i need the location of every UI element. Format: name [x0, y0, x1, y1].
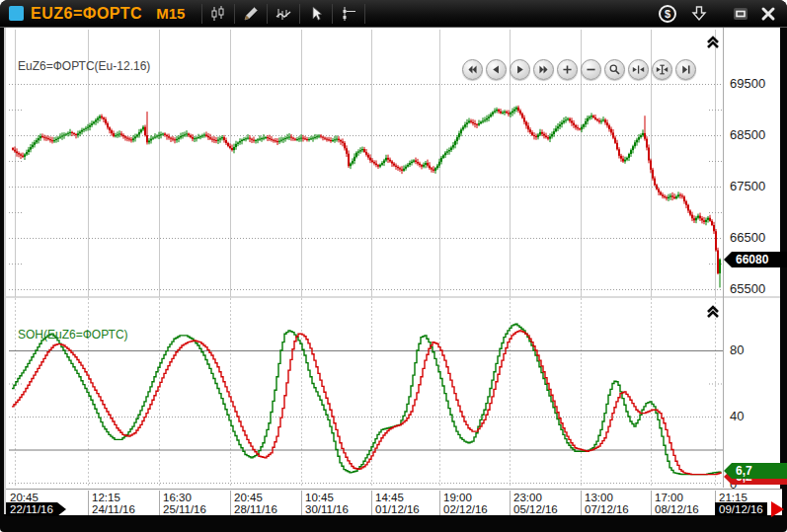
titlebar[interactable]: EUZ6=ФОРТС M15 $ [0, 0, 787, 28]
candle-up [359, 150, 361, 151]
time-axis-tick [651, 491, 652, 515]
compress-horizontal-button[interactable] [628, 59, 649, 80]
close-icon[interactable] [757, 3, 779, 25]
candle-up [284, 138, 286, 139]
scroll-left-fast-button[interactable] [462, 59, 483, 80]
candle-down [531, 132, 533, 135]
candle-down [577, 127, 579, 128]
candle-down [273, 140, 275, 141]
candle-up [118, 133, 120, 134]
compress-vertical-button[interactable] [652, 59, 672, 80]
dollar-icon[interactable]: $ [657, 3, 678, 25]
candle-up [241, 140, 243, 141]
candle-down [190, 135, 192, 137]
titlebar-symbol: EUZ6=ФОРТС [31, 5, 142, 23]
candle-down [401, 170, 403, 171]
scroll-right-fast-button[interactable] [533, 59, 554, 80]
price-tick-label: 69500 [730, 76, 765, 91]
candle-up [559, 124, 561, 126]
candle-down [166, 135, 168, 136]
candle-up [444, 153, 446, 156]
candle-up [65, 134, 67, 135]
time-label: 10:45 [305, 492, 334, 503]
candle-down [533, 135, 535, 136]
candle-down [188, 133, 190, 135]
scroll-right-button[interactable] [510, 59, 530, 80]
collapse-stoch-panel-icon[interactable] [705, 305, 721, 319]
levels-icon[interactable] [336, 3, 361, 25]
candle-down [541, 132, 543, 134]
titlebar-timeframe[interactable]: M15 [156, 5, 185, 22]
candle-up [282, 139, 284, 140]
download-icon[interactable] [688, 3, 710, 25]
candle-down [128, 138, 130, 139]
candle-up [458, 133, 460, 137]
candle-down [211, 139, 213, 140]
trades-chart-icon[interactable] [271, 3, 296, 25]
candle-up [55, 139, 57, 140]
time-axis-tick [439, 491, 440, 515]
pencil-icon[interactable] [238, 3, 264, 25]
candle-down [330, 140, 332, 141]
candle-down [209, 137, 211, 138]
candle-up [278, 141, 280, 142]
candle-up [446, 151, 448, 152]
time-label: 14:45 [375, 492, 404, 503]
toolbar-separator [332, 4, 333, 24]
candle-up [156, 136, 158, 137]
candle-down [292, 138, 294, 139]
latest-bar-arrow-icon [771, 501, 784, 517]
zoom-in-button[interactable] [557, 59, 578, 80]
candle-down [517, 108, 519, 111]
candle-down [348, 154, 350, 166]
candle-down [660, 192, 662, 195]
candle-down [344, 143, 346, 148]
candle-up [196, 138, 197, 139]
candlestick-chart-icon[interactable] [205, 3, 231, 25]
candle-up [36, 140, 38, 142]
scroll-left-button[interactable] [486, 59, 507, 80]
collapse-main-panel-icon[interactable] [705, 36, 721, 49]
candle-up [705, 220, 707, 222]
candle-up [257, 139, 259, 140]
toolbar-separator [364, 4, 365, 24]
zoom-window-button[interactable] [604, 59, 625, 80]
candle-up [561, 122, 563, 124]
candle-down [664, 196, 666, 197]
candle-down [51, 140, 53, 141]
candle-up [668, 197, 669, 198]
date-label: 07/12/16 [585, 503, 629, 515]
candle-up [381, 163, 383, 165]
candle-down [249, 138, 251, 139]
chart-plot-area[interactable] [6, 28, 780, 514]
candle-down [251, 139, 253, 140]
candle-up [583, 124, 585, 127]
time-axis[interactable]: 20:4522/11/1612:1524/11/1616:3025/11/162… [6, 489, 782, 515]
go-to-end-button[interactable] [675, 59, 696, 80]
candle-down [648, 147, 650, 160]
candle-down [275, 140, 276, 141]
date-highlight-tag: 09/12/16 [715, 502, 767, 516]
candle-up [93, 121, 95, 123]
candle-down [109, 127, 111, 130]
zoom-out-button[interactable] [581, 59, 601, 80]
candle-up [286, 137, 288, 138]
candle-down [304, 138, 306, 139]
candle-up [515, 108, 517, 110]
candle-up [413, 160, 415, 161]
candle-up [336, 139, 338, 140]
time-axis-tick [88, 491, 89, 515]
restore-window-icon[interactable] [730, 3, 751, 25]
candle-up [30, 147, 32, 149]
candle-down [715, 231, 717, 250]
candle-down [365, 152, 367, 155]
cursor-icon[interactable] [303, 3, 329, 25]
candle-down [174, 139, 176, 140]
candle-down [367, 155, 369, 158]
candle-down [616, 143, 618, 150]
candle-down [683, 196, 685, 201]
candle-down [20, 154, 22, 155]
candle-up [316, 136, 318, 137]
candle-down [320, 136, 322, 137]
candle-up [602, 119, 604, 120]
